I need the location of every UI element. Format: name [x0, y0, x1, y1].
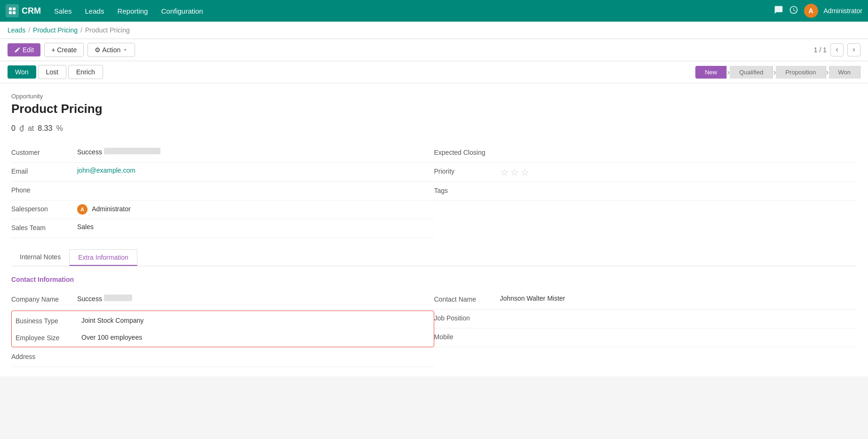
field-phone: Phone [11, 182, 434, 200]
status-bar: Won Lost Enrich New › Qualified › Propos… [0, 61, 868, 83]
enrich-button[interactable]: Enrich [68, 65, 103, 79]
customer-blurred [104, 148, 160, 154]
field-employee-size: Employee Size Over 100 employees [12, 329, 434, 346]
topnav-right-icons: A Administrator [774, 4, 862, 18]
contact-name-label: Contact Name [434, 295, 500, 303]
tabs: Internal Notes Extra Information [11, 249, 857, 266]
at-label: at [28, 124, 34, 133]
customer-value: Success [77, 148, 434, 156]
currency-symbol: ₫ [19, 124, 24, 133]
username-label[interactable]: Administrator [824, 7, 862, 15]
opportunity-label: Opportunity [11, 93, 857, 100]
breadcrumb-sep-2: / [80, 26, 82, 34]
top-navigation: CRM Sales Leads Reporting Configuration … [0, 0, 868, 22]
pagination-text: 1 / 1 [814, 46, 827, 54]
mobile-label: Mobile [434, 332, 500, 341]
email-label: Email [11, 167, 77, 175]
star-2[interactable]: ☆ [510, 167, 519, 178]
field-expected-closing: Expected Closing [434, 144, 857, 163]
company-name-blurred [104, 295, 132, 301]
pagination-next[interactable] [847, 43, 860, 56]
opportunity-section: Opportunity Product Pricing 0 ₫ at 8.33 … [11, 93, 857, 133]
contact-section-title: Contact Information [11, 276, 857, 283]
field-tags: Tags [434, 182, 857, 201]
field-job-position: Job Position [434, 310, 857, 328]
field-mobile: Mobile [434, 328, 857, 347]
job-position-label: Job Position [434, 313, 500, 322]
business-type-label: Business Type [16, 316, 81, 325]
percent-symbol: % [56, 124, 63, 133]
field-address: Address [11, 348, 434, 367]
stage-qualified[interactable]: Qualified [730, 66, 773, 79]
contact-name-value: Johnson Walter Mister [500, 295, 857, 302]
star-3[interactable]: ☆ [521, 167, 529, 178]
breadcrumb: Leads / Product Pricing / Product Pricin… [0, 22, 868, 39]
business-type-value: Joint Stock Company [81, 317, 430, 324]
field-contact-name: Contact Name Johnson Walter Mister [434, 291, 857, 310]
lost-button[interactable]: Lost [38, 65, 66, 79]
salesperson-label: Salesperson [11, 204, 77, 213]
tab-internal-notes[interactable]: Internal Notes [11, 249, 69, 266]
field-business-type: Business Type Joint Stock Company [12, 312, 434, 329]
create-button[interactable]: + Create [44, 43, 84, 57]
employee-size-value: Over 100 employees [81, 334, 430, 341]
grid-icon [6, 4, 19, 17]
field-priority: Priority ☆ ☆ ☆ [434, 163, 857, 182]
breadcrumb-product-pricing[interactable]: Product Pricing [33, 26, 78, 34]
menu-item-sales[interactable]: Sales [48, 4, 78, 18]
star-1[interactable]: ☆ [500, 167, 509, 178]
fields-grid: Customer Success Email john@example.com … [11, 144, 857, 238]
menu-item-leads[interactable]: Leads [80, 4, 110, 18]
stars-container: ☆ ☆ ☆ [500, 167, 857, 178]
pipeline-stages: New › Qualified › Proposition › Won [695, 66, 860, 79]
phone-label: Phone [11, 185, 77, 194]
percent-value: 8.33 [38, 124, 52, 133]
amount-row: 0 ₫ at 8.33 % [11, 124, 857, 133]
main-content: Opportunity Product Pricing 0 ₫ at 8.33 … [0, 83, 868, 376]
company-name-label: Company Name [11, 295, 77, 303]
field-sales-team: Sales Team Sales [11, 219, 434, 238]
fields-right: Expected Closing Priority ☆ ☆ ☆ Tags [434, 144, 857, 238]
field-salesperson: Salesperson A Administrator [11, 200, 434, 219]
field-email: Email john@example.com [11, 163, 434, 182]
breadcrumb-current: Product Pricing [85, 26, 130, 34]
amount-value: 0 [11, 124, 16, 133]
pagination: 1 / 1 [814, 43, 860, 56]
chat-icon[interactable] [774, 5, 783, 17]
extra-information-content: Contact Information Company Name Success… [11, 276, 857, 367]
customer-label: Customer [11, 148, 77, 156]
toolbar: Edit + Create ⚙ Action 1 / 1 [0, 39, 868, 61]
salesperson-avatar: A [77, 204, 88, 215]
salesperson-value: A Administrator [77, 204, 434, 215]
fields-left: Customer Success Email john@example.com … [11, 144, 434, 238]
menu-item-configuration[interactable]: Configuration [155, 4, 208, 18]
stage-new[interactable]: New [695, 66, 727, 79]
breadcrumb-sep-1: / [28, 26, 30, 34]
email-value[interactable]: john@example.com [77, 167, 434, 174]
menu-item-reporting[interactable]: Reporting [111, 4, 153, 18]
highlighted-fields-box: Business Type Joint Stock Company Employ… [11, 311, 434, 347]
pagination-prev[interactable] [830, 43, 844, 56]
stage-proposition[interactable]: Proposition [776, 66, 826, 79]
field-company-name: Company Name Success [11, 291, 434, 310]
main-menu: Sales Leads Reporting Configuration [48, 4, 770, 18]
svg-rect-3 [13, 11, 16, 14]
breadcrumb-leads[interactable]: Leads [8, 26, 25, 34]
stage-won[interactable]: Won [829, 66, 861, 79]
won-button[interactable]: Won [8, 65, 36, 79]
opportunity-title: Product Pricing [11, 102, 857, 116]
employee-size-label: Employee Size [16, 333, 81, 342]
svg-rect-0 [9, 8, 12, 10]
field-customer: Customer Success [11, 144, 434, 163]
expected-closing-label: Expected Closing [434, 148, 500, 156]
app-name: CRM [22, 6, 41, 16]
priority-label: Priority [434, 167, 500, 175]
clock-icon[interactable] [789, 5, 798, 17]
user-avatar[interactable]: A [804, 4, 818, 18]
company-name-value: Success [77, 295, 434, 303]
app-logo[interactable]: CRM [6, 4, 41, 17]
tab-extra-information[interactable]: Extra Information [69, 249, 137, 266]
sales-team-value: Sales [77, 223, 434, 231]
action-button[interactable]: ⚙ Action [88, 43, 135, 57]
edit-button[interactable]: Edit [8, 43, 40, 56]
